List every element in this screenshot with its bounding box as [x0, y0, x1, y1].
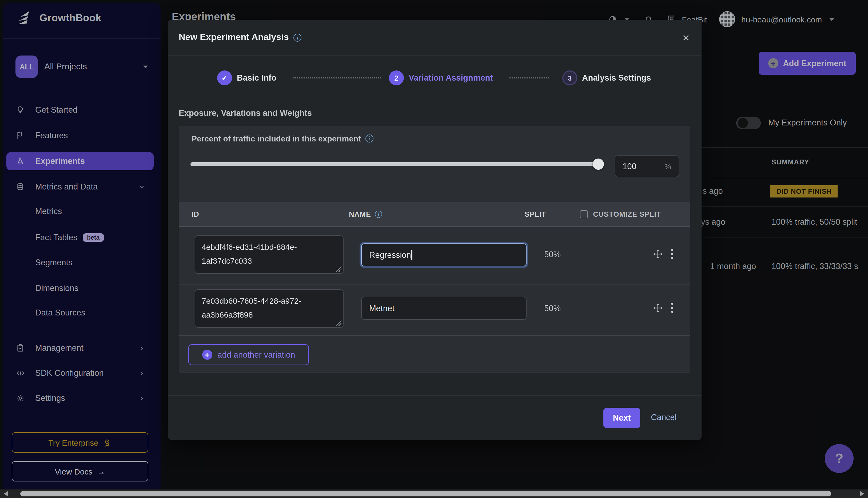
cancel-link[interactable]: Cancel [651, 412, 677, 422]
plus-icon: + [202, 350, 212, 360]
info-icon[interactable]: i [294, 34, 302, 41]
row-divider [179, 335, 690, 336]
help-button[interactable]: ? [825, 444, 854, 473]
add-variation-button[interactable]: + add another variation [188, 344, 309, 365]
step-check-icon: ✓ [217, 70, 232, 86]
modal-header: New Experiment Analysis i [168, 20, 702, 55]
kebab-menu-icon[interactable] [671, 249, 673, 259]
kebab-menu-icon[interactable] [671, 303, 673, 313]
id-column-header: ID [191, 210, 349, 218]
traffic-percent-input[interactable] [623, 161, 665, 171]
row-actions [653, 303, 673, 313]
next-button[interactable]: Next [603, 408, 640, 428]
step-variation-assignment[interactable]: 2 Variation Assignment [389, 70, 493, 86]
step-basic-info[interactable]: ✓ Basic Info [217, 70, 276, 86]
modal-title: New Experiment Analysis [179, 32, 289, 43]
step-number: 3 [562, 70, 577, 86]
close-icon[interactable]: ✕ [682, 34, 690, 43]
scrollbar-thumb[interactable] [20, 491, 831, 496]
row-divider [179, 285, 690, 285]
footer-divider [168, 395, 702, 395]
drag-move-icon[interactable] [653, 303, 663, 313]
row-actions [653, 249, 673, 259]
text-cursor [412, 250, 412, 260]
info-icon[interactable]: i [365, 134, 373, 143]
step-analysis-settings[interactable]: 3 Analysis Settings [562, 70, 651, 86]
resize-handle-icon[interactable] [336, 320, 342, 326]
screen: Experiments FeatBit hu- [0, 0, 868, 498]
variation-split: 50% [544, 250, 576, 259]
variation-id-textarea[interactable]: 7e03db60-7605-4428-a972-aa3b66a3f898 [195, 289, 344, 328]
traffic-input-box: % [615, 155, 679, 177]
step-connector [509, 77, 549, 78]
step-connector [293, 77, 381, 78]
section-heading: Exposure, Variations and Weights [179, 108, 312, 118]
variation-split: 50% [544, 304, 576, 313]
variation-name-input[interactable]: Regression [361, 244, 526, 266]
variations-table-header: ID NAME i SPLIT CUSTOMIZE SPLIT [179, 202, 690, 227]
app-window: Experiments FeatBit hu- [0, 0, 868, 498]
variations-panel: Percent of traffic included in this expe… [179, 127, 690, 372]
customize-split-label: CUSTOMIZE SPLIT [593, 210, 661, 218]
step-number: 2 [389, 70, 404, 86]
info-icon[interactable]: i [375, 211, 382, 218]
traffic-slider-thumb[interactable] [593, 158, 604, 170]
name-column-header: NAME [349, 210, 371, 218]
new-experiment-analysis-modal: New Experiment Analysis i ✕ ✓ Basic Info… [168, 20, 702, 440]
traffic-label-row: Percent of traffic included in this expe… [191, 134, 373, 143]
scroll-right-arrow-icon[interactable] [860, 491, 864, 496]
variation-name-input[interactable]: Metnet [361, 297, 526, 320]
split-column-header: SPLIT [525, 210, 546, 218]
percent-unit: % [665, 162, 671, 171]
traffic-label: Percent of traffic included in this expe… [191, 134, 361, 143]
scroll-left-arrow-icon[interactable] [4, 491, 8, 496]
variation-id-textarea[interactable]: 4ebdf4f6-ed31-41bd-884e-1af37dc7c033 [195, 235, 344, 274]
traffic-slider[interactable] [190, 162, 601, 166]
drag-move-icon[interactable] [653, 249, 663, 259]
customize-split-checkbox[interactable] [580, 210, 588, 218]
horizontal-scrollbar[interactable] [0, 489, 868, 498]
resize-handle-icon[interactable] [336, 266, 342, 272]
